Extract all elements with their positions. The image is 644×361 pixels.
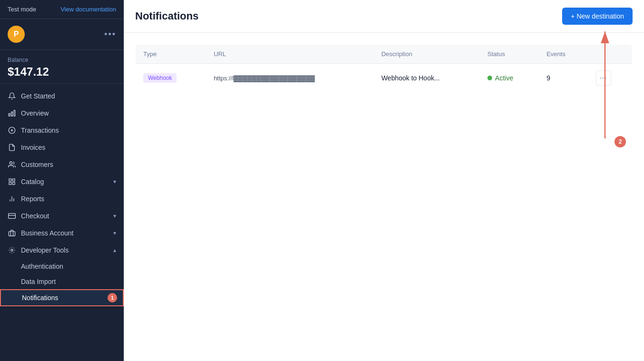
col-events: Events [539,45,588,64]
chevron-down-icon: ▾ [113,230,116,236]
settings-icon [8,246,16,254]
col-description: Description [374,45,480,64]
webhook-badge: Webhook [143,73,177,83]
sidebar-item-overview-label: Overview [21,109,116,117]
svg-rect-16 [9,232,15,236]
sidebar-sub-item-notifications[interactable]: Notifications 1 [0,289,124,306]
sidebar-item-transactions-label: Transactions [21,127,116,134]
status-active: Active [487,74,531,82]
dollar-circle-icon [8,126,16,135]
row-actions-button[interactable]: ··· [596,70,611,86]
sidebar-item-overview[interactable]: Overview [0,105,124,122]
sidebar-item-customers[interactable]: Customers [0,156,124,173]
sidebar-item-checkout[interactable]: Checkout ▾ [0,207,124,224]
svg-rect-9 [9,182,11,185]
table-row: Webhook https://l▓▓▓▓▓▓▓▓▓▓▓▓▓▓▓▓▓▓ Webh… [136,64,633,93]
sidebar-item-customers-label: Customers [21,161,116,168]
main-header: Notifications + New destination 2 [124,0,644,33]
balance-amount: $147.12 [8,65,116,78]
page-title: Notifications [135,10,198,22]
col-status: Status [480,45,539,64]
balance-label: Balance [8,57,116,63]
svg-rect-7 [9,179,11,181]
main-content: Notifications + New destination 2 Type U… [124,0,644,361]
row-actions-cell: ··· [588,64,633,93]
chevron-up-icon: ▴ [113,247,116,254]
sidebar-item-checkout-label: Checkout [21,212,113,220]
svg-rect-8 [12,179,15,181]
sidebar-item-get-started[interactable]: Get Started [0,88,124,105]
svg-rect-14 [9,214,16,219]
grid-icon [8,177,16,186]
row-status: Active [480,64,539,93]
svg-rect-2 [9,114,10,116]
chevron-down-icon: ▾ [113,178,116,185]
col-url: URL [206,45,374,64]
row-description: Webhook to Hook... [374,64,480,93]
row-type: Webhook [136,64,206,93]
url-text: https://l▓▓▓▓▓▓▓▓▓▓▓▓▓▓▓▓▓▓ [214,75,315,82]
sidebar-item-reports[interactable]: Reports [0,190,124,207]
sidebar-sub-item-data-import[interactable]: Data Import [0,274,124,289]
sidebar-sub-item-data-import-label: Data Import [21,278,116,285]
sidebar-item-catalog[interactable]: Catalog ▾ [0,173,124,190]
test-mode-label: Test mode [8,6,36,13]
notifications-badge: 1 [108,293,117,302]
svg-rect-1 [11,112,13,116]
view-docs-link[interactable]: View documentation [60,6,116,13]
col-type: Type [136,45,206,64]
table-container: Type URL Description Status Events Webho… [124,33,644,104]
sidebar-item-developer-tools[interactable]: Developer Tools ▴ [0,242,124,259]
sidebar-item-business-account-label: Business Account [21,229,113,237]
sidebar-item-invoices[interactable]: Invoices [0,139,124,156]
sidebar-sub-item-notifications-label: Notifications [22,294,115,302]
row-url: https://l▓▓▓▓▓▓▓▓▓▓▓▓▓▓▓▓▓▓ [206,64,374,93]
users-icon [8,160,16,169]
sidebar-sub-item-authentication-label: Authentication [21,263,116,270]
profile-menu-dots[interactable]: ••• [104,29,116,39]
chart-icon [8,195,16,203]
bell-icon [8,92,16,100]
sidebar-item-business-account[interactable]: Business Account ▾ [0,224,124,242]
sidebar-sub-item-authentication[interactable]: Authentication [0,259,124,274]
sidebar-item-get-started-label: Get Started [21,92,116,100]
new-destination-button[interactable]: + New destination [562,8,633,25]
status-label: Active [495,74,513,82]
sidebar-item-reports-label: Reports [21,195,116,203]
svg-point-6 [10,162,12,164]
sidebar-item-developer-tools-label: Developer Tools [21,246,113,254]
chevron-down-icon: ▾ [113,213,116,219]
col-actions [588,45,633,64]
svg-rect-10 [12,182,15,185]
annotation-badge-2: 2 [614,136,626,147]
status-dot [487,76,492,80]
table-header: Type URL Description Status Events [136,45,633,64]
avatar[interactable]: P [8,26,25,43]
svg-rect-0 [14,110,15,116]
file-icon [8,143,16,152]
profile-section: P ••• [0,19,124,50]
table-body: Webhook https://l▓▓▓▓▓▓▓▓▓▓▓▓▓▓▓▓▓▓ Webh… [136,64,633,93]
bar-chart-icon [8,109,16,117]
svg-point-17 [11,249,13,251]
sidebar-item-catalog-label: Catalog [21,178,113,185]
notifications-table: Type URL Description Status Events Webho… [135,44,633,93]
sidebar-item-invoices-label: Invoices [21,144,116,151]
credit-card-icon [8,212,16,220]
nav-items: Get Started Overview Transactions Invoic… [0,84,124,361]
briefcase-icon [8,229,16,237]
balance-section: Balance $147.12 [0,50,124,84]
top-bar: Test mode View documentation [0,0,124,19]
row-events: 9 [539,64,588,93]
sidebar-item-transactions[interactable]: Transactions [0,122,124,139]
sidebar: Test mode View documentation P ••• Balan… [0,0,124,361]
